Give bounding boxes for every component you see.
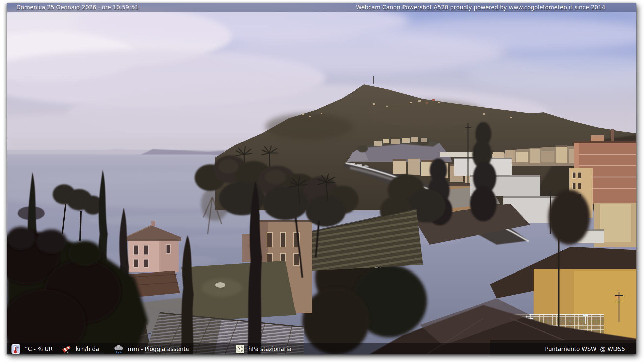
- thermometer-icon: [11, 344, 20, 354]
- rain-label: mm - Pioggia assente: [128, 346, 190, 352]
- rain-cloud-icon: [113, 344, 123, 354]
- wind-group: km/h da: [61, 343, 99, 354]
- temperature-group: °C - % UR: [11, 343, 53, 354]
- barometer-icon: [236, 345, 244, 353]
- orientation-group: Puntamento WSW @ WDS5: [545, 343, 625, 354]
- header-bar: Domenica 25 Gennaio 2026 - ore 10:59:51 …: [7, 3, 636, 12]
- webcam-page: Domenica 25 Gennaio 2026 - ore 10:59:51 …: [0, 0, 644, 362]
- datetime-label: Domenica 25 Gennaio 2026 - ore 10:59:51: [16, 4, 139, 11]
- pressure-group: hPa stazionaria: [236, 343, 291, 354]
- orientation-label: Puntamento WSW @ WDS5: [545, 346, 625, 352]
- webcam-credit-label: Webcam Canon Powershot A520 proudly powe…: [356, 4, 605, 11]
- webcam-photo-frame: Domenica 25 Gennaio 2026 - ore 10:59:51 …: [7, 3, 636, 354]
- temperature-label: °C - % UR: [25, 346, 53, 352]
- rain-group: mm - Pioggia assente: [113, 343, 190, 354]
- footer-bar: °C - % UR km/h da: [7, 343, 636, 354]
- pressure-label: hPa stazionaria: [248, 346, 291, 352]
- windsock-icon: [61, 344, 71, 354]
- webcam-scene: [7, 3, 636, 354]
- wind-label: km/h da: [76, 346, 99, 352]
